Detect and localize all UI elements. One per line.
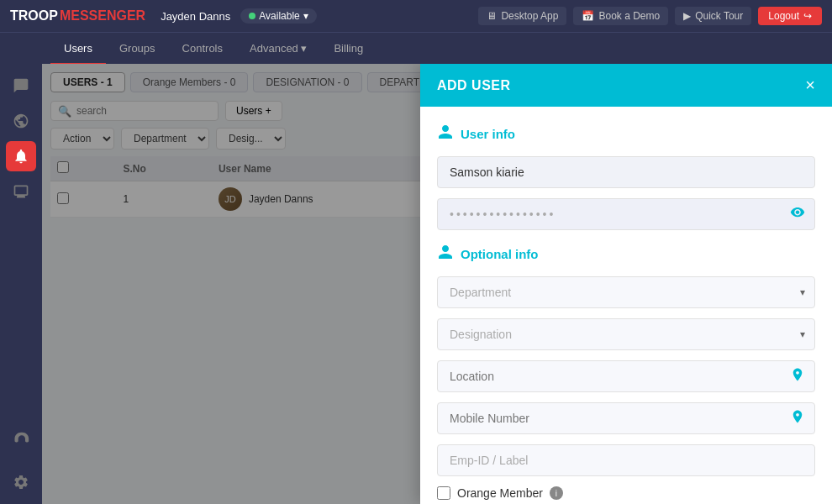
location-field[interactable] xyxy=(437,360,815,392)
location-field-wrapper xyxy=(437,360,815,392)
panel-close-button[interactable]: × xyxy=(805,76,815,95)
sidebar-icon-headset[interactable] xyxy=(6,425,36,455)
tab-users[interactable]: Users xyxy=(50,33,106,65)
orange-member-info-icon[interactable]: i xyxy=(550,486,563,500)
mobile-field-wrapper xyxy=(437,402,815,434)
orange-member-checkbox[interactable] xyxy=(437,486,450,500)
status-label: Available xyxy=(259,10,299,22)
main-layout: USERS - 1 Orange Members - 0 DESIGNATION… xyxy=(0,64,832,504)
secondary-navigation: Users Groups Controls Advanced ▾ Billing xyxy=(0,32,832,64)
demo-icon: 📅 xyxy=(582,10,594,22)
tour-icon: ▶ xyxy=(683,10,691,22)
sidebar-icon-notification[interactable] xyxy=(6,141,36,171)
logout-icon: ↪ xyxy=(803,10,812,22)
top-nav-actions: 🖥 Desktop App 📅 Book a Demo ▶ Quick Tour… xyxy=(478,7,822,25)
tab-advanced[interactable]: Advanced ▾ xyxy=(236,33,320,65)
tab-groups[interactable]: Groups xyxy=(106,33,169,65)
logo-messenger: MESSENGER xyxy=(60,8,145,24)
user-info-icon xyxy=(437,123,454,144)
content-area: USERS - 1 Orange Members - 0 DESIGNATION… xyxy=(42,64,832,504)
optional-info-section: Optional info Department ▾ Designation ▾ xyxy=(437,244,815,500)
designation-field[interactable]: Designation xyxy=(437,318,815,350)
desktop-app-button[interactable]: 🖥 Desktop App xyxy=(478,7,566,25)
panel-header: ADD USER × xyxy=(420,64,832,107)
location-icon xyxy=(790,367,805,386)
name-field-wrapper xyxy=(437,156,815,188)
sidebar-icon-settings[interactable] xyxy=(6,467,36,497)
sidebar-icon-globe[interactable] xyxy=(6,106,36,136)
name-field[interactable] xyxy=(437,156,815,188)
panel-title: ADD USER xyxy=(437,78,511,93)
status-dot xyxy=(249,13,255,19)
user-info-section-title: User info xyxy=(461,127,515,141)
tab-billing[interactable]: Billing xyxy=(320,33,377,65)
book-demo-button[interactable]: 📅 Book a Demo xyxy=(573,7,668,25)
orange-member-label: Orange Member xyxy=(457,486,543,500)
optional-info-section-title: Optional info xyxy=(461,247,538,261)
department-field-wrapper: Department ▾ xyxy=(437,276,815,308)
panel-body: User info Opt xyxy=(420,107,832,504)
department-field[interactable]: Department xyxy=(437,276,815,308)
chevron-down-icon: ▾ xyxy=(303,10,308,22)
password-field[interactable] xyxy=(437,198,815,230)
mobile-field[interactable] xyxy=(437,402,815,434)
designation-field-wrapper: Designation ▾ xyxy=(437,318,815,350)
tab-controls[interactable]: Controls xyxy=(169,33,236,65)
mobile-icon xyxy=(790,409,805,428)
logo-troop: TROOP xyxy=(10,8,58,24)
optional-info-icon xyxy=(437,244,454,265)
desktop-icon: 🖥 xyxy=(487,10,497,22)
add-user-panel: ADD USER × User info xyxy=(420,64,832,504)
sidebar xyxy=(0,64,42,504)
empid-field-wrapper xyxy=(437,444,815,476)
user-info: Jayden Danns xyxy=(161,10,230,23)
optional-info-section-header: Optional info xyxy=(437,244,815,265)
quick-tour-button[interactable]: ▶ Quick Tour xyxy=(675,7,751,25)
top-navigation: TROOPMESSENGER Jayden Danns Available ▾ … xyxy=(0,0,832,32)
sidebar-icon-chat[interactable] xyxy=(6,71,36,101)
status-badge[interactable]: Available ▾ xyxy=(240,8,316,24)
logo: TROOPMESSENGER xyxy=(10,8,145,24)
username-label: Jayden Danns xyxy=(161,10,230,23)
empid-field[interactable] xyxy=(437,444,815,476)
orange-member-row: Orange Member i xyxy=(437,486,815,500)
sidebar-icon-monitor[interactable] xyxy=(6,176,36,207)
logout-button[interactable]: Logout ↪ xyxy=(758,7,822,25)
password-field-wrapper xyxy=(437,198,815,230)
password-toggle-icon[interactable] xyxy=(790,205,805,223)
user-info-section-header: User info xyxy=(437,123,815,144)
